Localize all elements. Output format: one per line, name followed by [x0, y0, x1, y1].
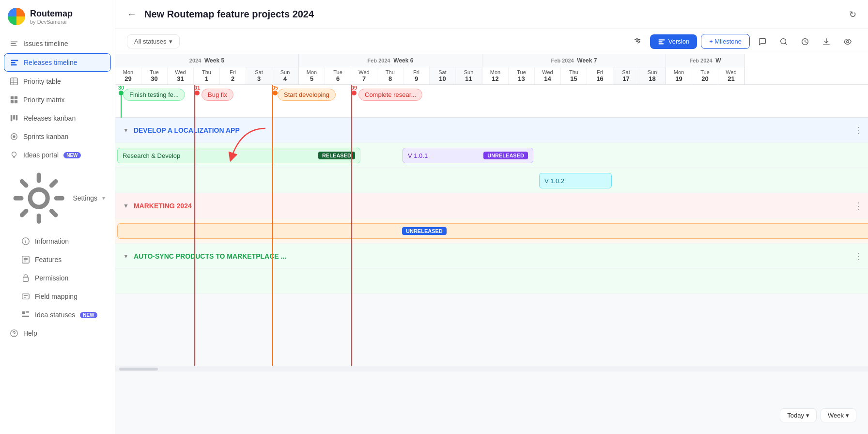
- sidebar-label-ideas-portal: Ideas portal: [23, 151, 59, 159]
- chevron-icon: ▼: [123, 127, 129, 134]
- svg-rect-16: [16, 115, 18, 121]
- sidebar-label-information: Information: [35, 237, 69, 245]
- search-icon: [779, 37, 788, 46]
- table-icon: [10, 77, 18, 86]
- bar-marketing-bg: [117, 223, 868, 239]
- sidebar-item-sprints-kanban[interactable]: Sprints kanban: [4, 128, 111, 145]
- sidebar-item-ideas-portal[interactable]: Ideas portal NEW: [4, 146, 111, 164]
- matrix-icon: [10, 95, 18, 104]
- svg-point-36: [847, 40, 849, 43]
- svg-rect-11: [15, 96, 17, 99]
- eye-button[interactable]: [839, 33, 856, 50]
- more-options-marketing[interactable]: ⋮: [854, 201, 863, 211]
- chat-button[interactable]: [754, 33, 771, 50]
- milestone-label: + Milestone: [709, 38, 742, 45]
- sidebar-item-field-mapping[interactable]: Field mapping: [4, 288, 111, 305]
- sidebar-item-releases-timeline[interactable]: Releases timeline: [4, 53, 111, 72]
- svg-rect-0: [11, 42, 17, 43]
- sidebar-label-sprints-kanban: Sprints kanban: [23, 133, 68, 140]
- milestone-dot-01: [195, 91, 200, 95]
- sidebar-label-priority-table: Priority table: [23, 78, 61, 85]
- bottom-controls: Today ▾ Week ▾: [780, 408, 856, 422]
- svg-rect-33: [658, 43, 663, 44]
- scrollbar-thumb[interactable]: [119, 368, 158, 371]
- sidebar-label-issues-timeline: Issues timeline: [23, 40, 68, 47]
- svg-point-20: [30, 189, 47, 207]
- all-statuses-filter[interactable]: All statuses ▾: [127, 34, 180, 48]
- day-tue-6: Tue6: [325, 67, 351, 84]
- milestone-button[interactable]: + Milestone: [701, 34, 750, 49]
- sidebar-item-settings[interactable]: Settings ▾: [4, 165, 111, 232]
- sidebar-item-idea-statuses[interactable]: Idea statuses NEW: [4, 306, 111, 324]
- releases-icon: [10, 58, 19, 67]
- day-sun-4: Sun4: [272, 67, 298, 84]
- sidebar-item-features[interactable]: Features: [4, 251, 111, 268]
- bar-row-v102: V 1.0.2: [115, 168, 868, 193]
- gantt-body: 30 Finish testing fe... 01 Bug fix: [115, 85, 868, 366]
- clock-button[interactable]: [796, 33, 814, 50]
- week-8-group: Feb 2024 W Mon19 Tue20 Wed21: [666, 54, 745, 84]
- svg-rect-15: [13, 115, 15, 120]
- refresh-button[interactable]: ↻: [849, 9, 856, 20]
- day-fri-16: Fri16: [587, 67, 613, 84]
- sidebar-item-help[interactable]: Help: [4, 325, 111, 342]
- timeline-icon: [10, 39, 18, 48]
- day-sat-3: Sat3: [246, 67, 272, 84]
- day-mon-5: Mon5: [299, 67, 325, 84]
- back-button[interactable]: ←: [127, 9, 137, 20]
- status-icon: [21, 310, 30, 319]
- logo-icon: [8, 8, 25, 25]
- bar-v101[interactable]: V 1.0.1 UNRELEASED: [403, 148, 533, 163]
- day-thu-8: Thu8: [377, 67, 403, 84]
- svg-rect-31: [658, 39, 665, 40]
- chevron-down-icon: ▾: [169, 38, 172, 45]
- bar-v102[interactable]: V 1.0.2: [539, 173, 612, 188]
- more-options-localization[interactable]: ⋮: [854, 125, 863, 136]
- week-5-label: 2024 Week 5: [115, 54, 298, 67]
- sidebar-item-releases-kanban[interactable]: Releases kanban: [4, 109, 111, 127]
- day-mon-12: Mon12: [482, 67, 509, 84]
- ideas-icon: [10, 151, 18, 159]
- group-autosync[interactable]: ▼ AUTO-SYNC PRODUCTS TO MARKETPLACE ... …: [115, 244, 868, 269]
- sidebar-item-information[interactable]: Information: [4, 232, 111, 250]
- app-name: Routemap: [30, 9, 73, 19]
- filter-sliders-button[interactable]: [629, 33, 646, 50]
- sidebar-item-issues-timeline[interactable]: Issues timeline: [4, 35, 111, 52]
- svg-rect-23: [23, 278, 29, 282]
- sidebar-item-permission[interactable]: Permission: [4, 269, 111, 287]
- sidebar-label-releases-kanban: Releases kanban: [23, 114, 76, 122]
- search-button[interactable]: [775, 33, 792, 50]
- svg-rect-10: [11, 96, 14, 99]
- new-badge: NEW: [63, 152, 80, 158]
- milestone-01-vline: [194, 85, 195, 366]
- svg-rect-5: [11, 64, 17, 66]
- sidebar-item-priority-matrix[interactable]: Priority matrix: [4, 91, 111, 108]
- chat-icon: [758, 37, 767, 46]
- version-button[interactable]: Version: [650, 34, 697, 49]
- new-badge-statuses: NEW: [80, 312, 97, 318]
- day-sat-10: Sat10: [430, 67, 456, 84]
- bar-label-v101: V 1.0.1: [408, 152, 428, 159]
- today-button[interactable]: Today ▾: [780, 408, 817, 422]
- toolbar-actions: Version + Milestone: [629, 33, 856, 50]
- svg-rect-32: [658, 41, 662, 42]
- sidebar-item-priority-table[interactable]: Priority table: [4, 73, 111, 90]
- timeline-area[interactable]: 2024 Week 5 Mon29 Tue30 Wed31 Thu1 Fri2 …: [115, 54, 868, 434]
- group-marketing[interactable]: ▼ MARKETING 2024 ⋮: [115, 193, 868, 218]
- today-label: Today: [787, 412, 804, 419]
- kanban-icon: [10, 114, 18, 123]
- svg-rect-4: [11, 62, 16, 63]
- page-title: New Routemap feature projects 2024: [144, 9, 841, 20]
- eye-icon: [843, 37, 852, 46]
- settings-label: Settings: [73, 194, 97, 202]
- milestone-chip-finish: Finish testing fe...: [123, 89, 185, 101]
- unreleased-badge-v101: UNRELEASED: [483, 152, 528, 159]
- day-wed-21: Wed21: [718, 67, 744, 84]
- more-options-autosync[interactable]: ⋮: [854, 251, 863, 262]
- download-button[interactable]: [818, 33, 835, 50]
- milestone-30: 30: [118, 85, 124, 118]
- week-button[interactable]: Week ▾: [821, 408, 856, 422]
- sidebar-label-releases-timeline: Releases timeline: [24, 59, 78, 66]
- scrollbar-area[interactable]: [115, 366, 868, 372]
- sidebar: Routemap by DevSamurai Issues timeline R…: [0, 0, 115, 434]
